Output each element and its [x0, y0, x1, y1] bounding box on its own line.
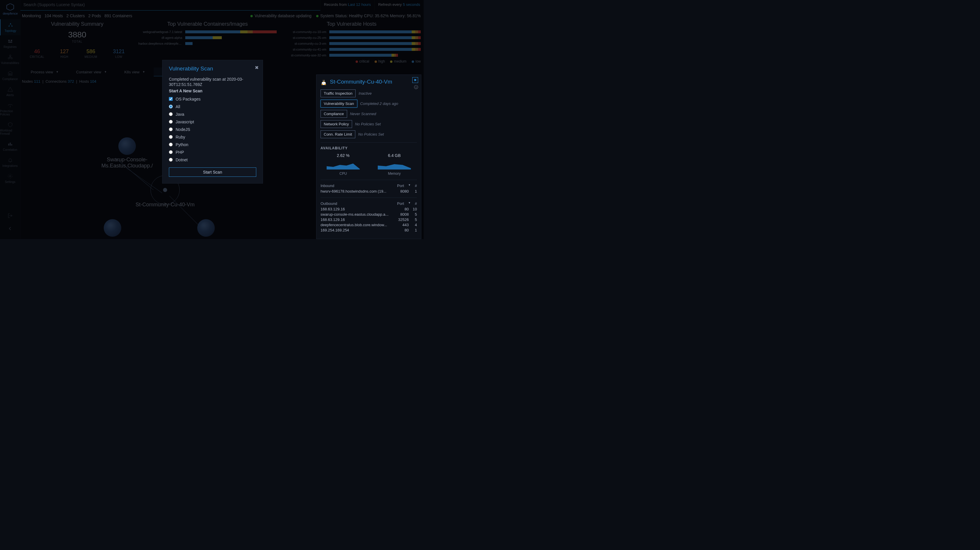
container-row[interactable]: harbor.deepfence.ml/deepfen...: [138, 42, 277, 45]
nav-correlation[interactable]: Correlation: [0, 138, 21, 154]
detail-info-button[interactable]: ⓘ: [414, 85, 418, 90]
compliance-status: Never Scanned: [350, 112, 376, 116]
outbound-port: 80: [392, 228, 409, 232]
scan-option-java[interactable]: Java: [169, 112, 256, 116]
svg-point-2: [11, 26, 12, 27]
biohazard-icon: [7, 54, 13, 60]
modal-close-button[interactable]: ✖: [255, 65, 259, 70]
container-row[interactable]: df-agent-alpha: [138, 36, 277, 40]
inbound-port-header[interactable]: Port: [397, 183, 404, 188]
scan-option-label: Dotnet: [176, 158, 188, 162]
logout-icon: [7, 213, 13, 218]
outbound-port-header[interactable]: Port: [397, 201, 404, 206]
traffic-inspection-status: Inactive: [358, 91, 372, 96]
alert-icon: [7, 86, 13, 92]
scan-radio[interactable]: [169, 112, 173, 116]
scan-radio[interactable]: [169, 135, 173, 139]
vulnerability-scan-button[interactable]: Vulnerability Scan: [321, 100, 357, 108]
start-scan-button[interactable]: Start Scan: [169, 167, 256, 177]
outbound-row[interactable]: 168.63.129.168010: [321, 207, 417, 211]
globe-icon: [104, 219, 121, 237]
nav-integrations[interactable]: Integrations: [0, 154, 21, 171]
refresh-rate-chip[interactable]: Refresh every 5 seconds: [374, 0, 424, 11]
tab-process-view[interactable]: Process view▼: [22, 67, 67, 76]
network-policy-status: No Policies Set: [355, 122, 381, 126]
graph-node[interactable]: [197, 219, 215, 239]
host-row[interactable]: st-community-cu-41-vm: [283, 48, 421, 51]
nav-vulnerabilities[interactable]: Vulnerabilities: [0, 51, 21, 67]
outbound-row[interactable]: 169.254.169.254801: [321, 228, 417, 232]
nav-label: Compliance: [2, 77, 18, 81]
scan-option-dotnet[interactable]: Dotnet: [169, 158, 256, 162]
scan-radio[interactable]: [169, 105, 173, 108]
nav-collapse[interactable]: [0, 223, 21, 236]
modal-title: Vulnerability Scan: [169, 65, 256, 72]
nav-workload-firewall[interactable]: Workload Firewall: [0, 119, 21, 138]
topbar: Search (Supports Lucene Syntax) Records …: [21, 0, 424, 11]
nav-label: Integrations: [2, 164, 18, 167]
nav-settings[interactable]: Settings: [0, 171, 21, 187]
os-packages-option[interactable]: OS Packages: [169, 97, 256, 101]
outbound-host: swarup-console-ms.eastus.cloudapp.a...: [321, 212, 392, 217]
nav-alerts[interactable]: Alerts: [0, 84, 21, 100]
registries-icon: [7, 38, 13, 44]
outbound-row[interactable]: swarup-console-ms.eastus.cloudapp.a...80…: [321, 212, 417, 217]
sev-low-val: 3121: [113, 48, 125, 55]
nav-registries[interactable]: Registries: [0, 35, 21, 51]
graph-node[interactable]: [104, 219, 121, 239]
scan-option-javascript[interactable]: Javascript: [169, 120, 256, 124]
container-label: df-agent-alpha: [138, 36, 185, 40]
nav-protection-policies[interactable]: Protection Policies: [0, 100, 21, 119]
tab-label: Container view: [76, 70, 102, 74]
os-packages-checkbox[interactable]: [169, 97, 173, 101]
cpu-availability: 2.62 % CPU: [321, 153, 366, 175]
graph-node[interactable]: Swarup-Console-Ms.Eastus.Cloudapp./: [95, 137, 159, 169]
outbound-row[interactable]: deepfencecentralus.blob.core.window...44…: [321, 223, 417, 227]
containers-title: Top Vulnerable Containers/Images: [138, 21, 277, 27]
scan-radio[interactable]: [169, 143, 173, 147]
scan-option-all[interactable]: All: [169, 104, 256, 109]
records-range-chip[interactable]: Records from Last 12 hours: [320, 0, 374, 11]
container-row[interactable]: webgoat/webgoat-7.1:latest: [138, 30, 277, 33]
compliance-button[interactable]: Compliance: [321, 110, 347, 118]
traffic-inspection-button[interactable]: Traffic Inspection: [321, 89, 356, 97]
host-row[interactable]: st-community-cu-25-vm: [283, 36, 421, 40]
scan-radio[interactable]: [169, 128, 173, 131]
scan-option-nodejs[interactable]: NodeJS: [169, 127, 256, 132]
status-monitoring: Monitoring: [22, 13, 41, 18]
sev-critical-val: 46: [30, 48, 45, 55]
sev-critical-lbl: CRITICAL: [30, 55, 45, 59]
records-range-link[interactable]: Last 12 hours: [348, 2, 371, 7]
scan-option-label: Java: [176, 112, 185, 116]
host-row[interactable]: st-community-cu-10-vm: [283, 30, 421, 33]
host-row[interactable]: st-community-ase-32-vm: [283, 54, 421, 57]
status-hosts: 104 Hosts: [45, 13, 63, 18]
network-policy-button[interactable]: Network Policy: [321, 120, 352, 128]
graph-node[interactable]: St-Community-Cu-40-Vm: [133, 202, 197, 208]
scan-option-python[interactable]: Python: [169, 142, 256, 147]
scan-radio[interactable]: [169, 120, 173, 124]
severity-legend: critical high medium low: [283, 59, 421, 64]
tab-container-view[interactable]: Container view▼: [67, 67, 116, 76]
nav-topology[interactable]: Topology: [0, 19, 21, 35]
scan-option-ruby[interactable]: Ruby: [169, 135, 256, 139]
conn-rate-limit-button[interactable]: Conn. Rate Limit: [321, 130, 355, 138]
scan-radio[interactable]: [169, 150, 173, 154]
nav-compliance[interactable]: Compliance: [0, 67, 21, 84]
scan-radio[interactable]: [169, 158, 173, 162]
inbound-count-header[interactable]: #: [415, 183, 417, 188]
outbound-count-header[interactable]: #: [415, 201, 417, 206]
scan-option-label: All: [176, 104, 180, 109]
nav-logout[interactable]: [0, 210, 21, 223]
refresh-rate-link[interactable]: 5 seconds: [403, 2, 420, 7]
nav-label: Vulnerabilities: [1, 61, 19, 65]
inbound-section: Inbound Port ▼# hwsrv-696178.hostwindsdn…: [321, 180, 417, 193]
tab-k8s-view[interactable]: K8s view▼: [115, 67, 154, 76]
host-row[interactable]: st-community-cu-3-vm: [283, 42, 421, 45]
detail-close-button[interactable]: ✖: [412, 77, 418, 83]
search-input[interactable]: Search (Supports Lucene Syntax): [21, 0, 320, 11]
inbound-row[interactable]: hwsrv-696178.hostwindsdns.com (19...8080…: [321, 189, 417, 193]
scan-option-php[interactable]: PHP: [169, 150, 256, 155]
outbound-row[interactable]: 168.63.129.16325265: [321, 217, 417, 222]
chevron-left-icon: [7, 226, 13, 231]
